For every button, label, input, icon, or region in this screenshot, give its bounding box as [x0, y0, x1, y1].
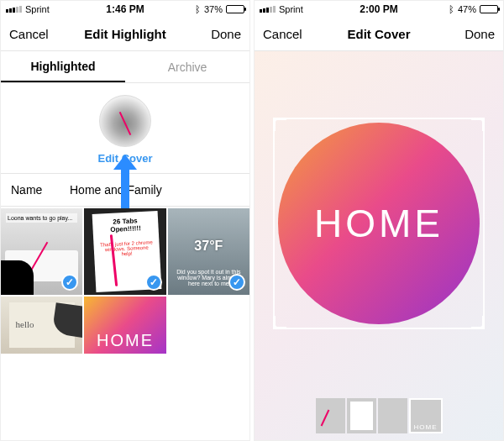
battery-icon	[226, 5, 244, 13]
story-tile[interactable]: 26 Tabs Open!!!!!! That's just for 2 chr…	[84, 208, 165, 295]
crop-handle-br[interactable]	[471, 316, 485, 329]
name-label: Name	[11, 183, 70, 197]
checkmark-icon	[145, 274, 162, 291]
crop-handle-tl[interactable]	[273, 118, 286, 131]
cover-preview: Edit Cover	[1, 83, 249, 173]
clock: 2:00 PM	[360, 3, 397, 15]
tab-archive[interactable]: Archive	[125, 51, 249, 82]
thumb-story-4-selected[interactable]	[409, 398, 443, 433]
battery-pct: 47%	[458, 4, 476, 14]
screenshot-edit-highlight: Sprint 1:46 PM ᛒ 37% Cancel Edit Highlig…	[0, 0, 250, 441]
annotation-arrow-icon	[114, 155, 136, 208]
thumb-story-1[interactable]	[316, 398, 345, 433]
signal-icon	[260, 6, 276, 13]
cover-canvas[interactable]: HOME	[255, 51, 503, 395]
story-header: 26 Tabs Open!!!!!!	[97, 216, 154, 234]
cover-thumbnails	[255, 395, 503, 440]
crop-frame[interactable]	[273, 118, 485, 329]
name-input[interactable]	[70, 183, 239, 197]
story-grid: Loona wants to go play... 26 Tabs Open!!…	[1, 207, 249, 440]
nav-bar: Cancel Edit Cover Done	[255, 18, 503, 51]
story-tile[interactable]: Loona wants to go play...	[1, 208, 82, 295]
status-bar: Sprint 1:46 PM ᛒ 37%	[1, 1, 249, 18]
story-tile[interactable]: 37°F Did you spot it out in this window?…	[168, 208, 249, 295]
story-subtext: That's just for 2 chrome windows. Someon…	[98, 239, 155, 257]
temperature-label: 37°F	[168, 239, 249, 254]
cancel-button[interactable]: Cancel	[9, 27, 49, 41]
screenshot-edit-cover: Sprint 2:00 PM ᛒ 47% Cancel Edit Cover D…	[254, 0, 504, 441]
story-caption: Loona wants to go play...	[6, 213, 77, 223]
clock: 1:46 PM	[106, 3, 144, 15]
carrier-label: Sprint	[25, 4, 50, 14]
checkmark-icon	[228, 274, 245, 291]
crop-handle-bl[interactable]	[273, 316, 286, 329]
page-title: Edit Highlight	[84, 27, 165, 41]
crop-handle-tr[interactable]	[471, 118, 485, 131]
cancel-button[interactable]: Cancel	[263, 27, 302, 41]
done-button[interactable]: Done	[465, 27, 495, 41]
battery-icon	[480, 5, 498, 13]
tab-highlighted[interactable]: Highlighted	[1, 51, 125, 82]
story-text: HOME	[84, 331, 165, 350]
done-button[interactable]: Done	[211, 27, 241, 41]
signal-icon	[6, 6, 22, 13]
carrier-label: Sprint	[279, 4, 303, 14]
nav-bar: Cancel Edit Highlight Done	[1, 18, 249, 51]
page-title: Edit Cover	[347, 27, 410, 41]
bluetooth-icon: ᛒ	[449, 4, 454, 14]
battery-pct: 37%	[204, 4, 223, 14]
tab-bar: Highlighted Archive	[1, 51, 249, 83]
story-script: hello	[16, 319, 34, 329]
thumb-story-2[interactable]	[347, 398, 376, 433]
cover-thumbnail[interactable]	[99, 95, 151, 147]
checkmark-icon	[61, 274, 78, 291]
status-bar: Sprint 2:00 PM ᛒ 47%	[255, 1, 503, 18]
bluetooth-icon: ᛒ	[195, 4, 201, 14]
thumb-story-3[interactable]	[378, 398, 407, 433]
story-tile[interactable]: HOME	[84, 297, 165, 354]
story-tile-empty	[168, 297, 249, 354]
cover-editor: HOME	[255, 51, 503, 440]
story-tile[interactable]: hello	[1, 297, 82, 354]
stroke-icon	[21, 242, 49, 288]
